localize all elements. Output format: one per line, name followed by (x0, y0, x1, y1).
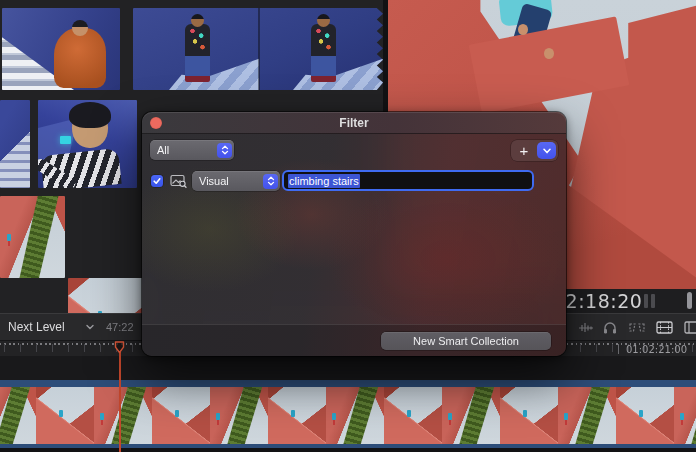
person-hand-graphic (518, 24, 528, 35)
project-name[interactable]: Next Level (8, 314, 65, 341)
popup-stepper-icon (217, 143, 232, 158)
final-cut-pro-window: 02:18:20 Next Level 47:22 (0, 0, 696, 452)
playhead-line[interactable] (119, 352, 121, 452)
scroll-handle[interactable] (687, 292, 692, 309)
rule-type-value: Visual (199, 175, 263, 187)
add-rule-button[interactable]: + (511, 141, 537, 161)
screen-glow-graphic (60, 136, 71, 144)
viewer-timecode: 02:18:20 (553, 290, 642, 312)
timeline-track-frames (0, 387, 696, 444)
visual-search-icon (170, 174, 187, 188)
frame-divider (258, 8, 260, 90)
film-frame[interactable] (268, 387, 326, 444)
dialog-title: Filter (142, 112, 566, 134)
film-frame[interactable] (674, 387, 696, 444)
clip-top-edge (0, 380, 696, 387)
clip-thumbnail-cactus[interactable] (0, 196, 65, 278)
add-rule-menu-button[interactable] (537, 142, 556, 159)
popup-stepper-icon (263, 174, 278, 189)
ruler-timecode: 01:02:21:00 (626, 344, 687, 355)
browser-panel-icon[interactable] (684, 320, 696, 335)
film-frame[interactable] (210, 387, 268, 444)
ruler-tick-major (618, 344, 619, 354)
playhead-marker[interactable] (114, 341, 125, 354)
selected-text: climbing stairs (288, 174, 360, 188)
dialog-footer: New Smart Collection (142, 324, 566, 356)
steps-graphic (169, 56, 259, 90)
person-graphic (72, 108, 108, 148)
timeline-background (0, 448, 696, 452)
film-frame[interactable] (616, 387, 674, 444)
filter-scope-popup[interactable]: All (150, 140, 234, 160)
person-graphic (311, 24, 336, 82)
scope-popup-value: All (157, 144, 217, 156)
project-duration: 47:22 (106, 314, 134, 341)
audio-skimming-icon[interactable] (578, 320, 594, 335)
rule-checkbox[interactable] (151, 175, 163, 187)
film-frame[interactable] (152, 387, 210, 444)
film-frame[interactable] (36, 387, 94, 444)
snapping-icon[interactable] (628, 320, 644, 335)
solo-icon[interactable] (602, 320, 618, 335)
new-smart-collection-button[interactable]: New Smart Collection (381, 332, 551, 350)
clip-appearance-icon[interactable] (656, 320, 672, 335)
timeline-clip[interactable] (0, 380, 696, 448)
steps-graphic (293, 56, 383, 90)
person-graphic (185, 24, 210, 82)
person-hand-graphic (544, 48, 554, 59)
clip-thumbnail-blue-stairs-partial[interactable] (0, 100, 30, 188)
filter-dialog: Filter All + Visual climbin (142, 112, 566, 356)
clip-thumbnail-orange-shirt[interactable] (2, 8, 120, 90)
film-frame[interactable] (558, 387, 616, 444)
add-rule-control: + (511, 140, 558, 161)
rule-search-input[interactable]: climbing stairs (282, 170, 534, 191)
clip-thumbnail-floral-shirt[interactable] (133, 8, 383, 90)
film-frame[interactable] (442, 387, 500, 444)
chevron-down-icon[interactable] (86, 324, 94, 330)
film-frame[interactable] (384, 387, 442, 444)
dialog-titlebar: Filter (142, 112, 566, 134)
pause-icon[interactable] (644, 294, 656, 308)
film-frame[interactable] (0, 387, 36, 444)
film-frame[interactable] (94, 387, 152, 444)
clip-thumbnail-selfie[interactable] (38, 100, 137, 188)
film-frame[interactable] (500, 387, 558, 444)
person-graphic (54, 28, 106, 88)
rule-type-popup[interactable]: Visual (192, 171, 280, 191)
timeline-background (0, 356, 696, 380)
film-frame[interactable] (326, 387, 384, 444)
